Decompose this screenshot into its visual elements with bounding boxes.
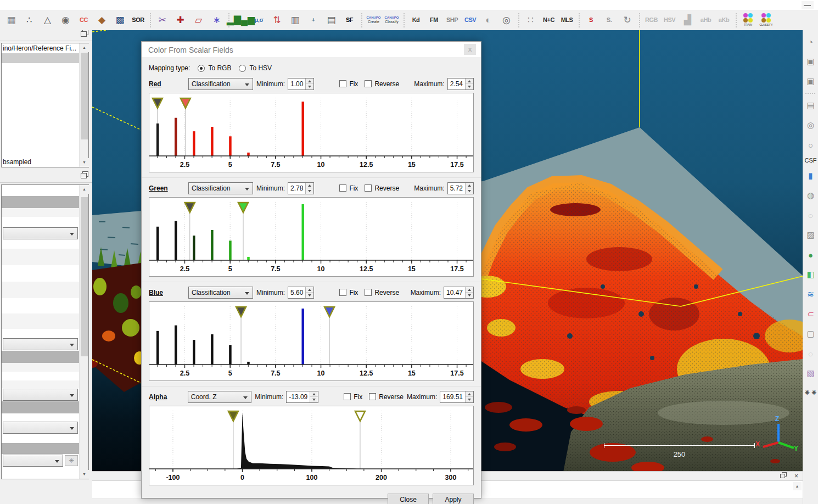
spline-tool-button[interactable]: S bbox=[582, 12, 600, 29]
maximum-spinbox[interactable]: 169.51 bbox=[440, 391, 474, 403]
statistics-gaussian-button[interactable]: μ,σ bbox=[250, 12, 267, 29]
maximum-value[interactable]: 169.51 bbox=[440, 391, 465, 402]
db-tree-item-partial[interactable]: bsampled bbox=[2, 157, 79, 167]
green-histogram[interactable]: 2.557.51012.51517.5 bbox=[149, 197, 474, 277]
scalar-field-dropdown[interactable]: Classification bbox=[188, 182, 253, 194]
fix-checkbox[interactable] bbox=[339, 289, 346, 296]
hsv-filter-disabled-button[interactable]: HSV bbox=[661, 12, 678, 29]
maximum-spinbox[interactable]: 10.47 bbox=[444, 287, 474, 299]
minimum-spinbox[interactable]: 2.78 bbox=[288, 182, 314, 194]
radio-to-rgb[interactable] bbox=[198, 65, 205, 72]
red-histogram[interactable]: 2.557.51012.51517.5 bbox=[149, 93, 474, 172]
spin-down-icon[interactable] bbox=[310, 397, 318, 402]
minimize-button[interactable] bbox=[802, 1, 814, 9]
maximum-value[interactable]: 5.72 bbox=[448, 183, 465, 194]
plugins-puzzle-button[interactable]: ∷ bbox=[522, 12, 539, 29]
property-row-selected[interactable] bbox=[2, 351, 79, 363]
dialog-close-button[interactable]: x bbox=[464, 44, 476, 55]
csv-export-button[interactable]: CSV bbox=[462, 12, 479, 29]
rgb-filter-disabled-button[interactable]: RGB bbox=[643, 12, 660, 29]
float-panel-icon[interactable] bbox=[81, 173, 87, 178]
plugin-purple-box-button[interactable]: ▧ bbox=[804, 367, 817, 380]
scroll-up-icon[interactable]: ▲ bbox=[80, 43, 89, 52]
spin-up-icon[interactable] bbox=[466, 287, 473, 293]
fix-label[interactable]: Fix bbox=[354, 393, 362, 401]
close-button[interactable]: Close bbox=[388, 494, 429, 504]
spin-down-icon[interactable] bbox=[306, 293, 313, 298]
plugin-h-tool-button[interactable]: ◍ bbox=[804, 189, 817, 202]
add-scalar-field-button[interactable]: + bbox=[305, 12, 322, 29]
surface-revolution-button[interactable]: ↻ bbox=[619, 12, 636, 29]
spin-up-icon[interactable] bbox=[310, 391, 318, 397]
scalar-field-dropdown[interactable]: Coord. Z bbox=[188, 391, 251, 403]
plugin-clapper-button[interactable]: ▤ bbox=[804, 99, 817, 112]
canupo-classify-button[interactable]: CANUPOClassify bbox=[383, 12, 400, 29]
console-scroll-up-icon[interactable]: ▲ bbox=[793, 482, 802, 490]
kd-tree-plugin-button[interactable]: Kd bbox=[407, 12, 424, 29]
minimum-value[interactable]: 2.78 bbox=[288, 183, 305, 194]
db-tree-item-selected[interactable] bbox=[2, 53, 79, 63]
reverse-label[interactable]: Reverse bbox=[374, 289, 399, 296]
globe-projection-button[interactable]: ◎ bbox=[498, 12, 515, 29]
plugin-p-tool-button[interactable]: ▨ bbox=[804, 228, 817, 242]
subsample-cloud-button[interactable]: ∴ bbox=[21, 12, 38, 29]
maximum-spinbox[interactable]: 5.72 bbox=[447, 182, 474, 194]
db-tree-scrollbar[interactable]: ▲ ▼ bbox=[79, 43, 88, 167]
reverse-checkbox[interactable] bbox=[365, 184, 372, 192]
k-band-disabled-button[interactable]: aKb bbox=[715, 12, 732, 29]
property-row-selected[interactable] bbox=[2, 443, 79, 454]
3dmasc-classify-button[interactable]: CLASSIFY bbox=[758, 12, 775, 29]
properties-scrollbar[interactable]: ▲ ▼ bbox=[79, 185, 88, 479]
sf-arithmetic-button[interactable]: ▤ bbox=[323, 12, 340, 29]
maximum-value[interactable]: 2.54 bbox=[448, 79, 465, 89]
reverse-label[interactable]: Reverse bbox=[379, 393, 404, 401]
fuse-clouds-button[interactable]: ▩ bbox=[111, 12, 128, 29]
reverse-checkbox[interactable] bbox=[365, 80, 372, 87]
plugin-m-tool-button[interactable]: ◌ bbox=[804, 209, 817, 222]
minimum-spinbox[interactable]: 5.60 bbox=[288, 287, 314, 299]
spin-down-icon[interactable] bbox=[306, 188, 313, 194]
sf-color-scale-button[interactable]: ▥ bbox=[287, 12, 304, 29]
fix-label[interactable]: Fix bbox=[349, 289, 358, 296]
sphere-tool-button[interactable]: ◐ bbox=[480, 12, 497, 29]
plugin-ring-button[interactable]: ◎ bbox=[804, 119, 817, 132]
reverse-label[interactable]: Reverse bbox=[374, 80, 399, 88]
scalar-arrow-disabled-button[interactable]: ▟ bbox=[679, 12, 696, 29]
canupo-create-button[interactable]: CANUPOCreate bbox=[365, 12, 382, 29]
property-dropdown[interactable] bbox=[3, 227, 78, 239]
spin-up-icon[interactable] bbox=[466, 391, 473, 397]
property-dropdown[interactable] bbox=[3, 422, 78, 434]
scroll-down-icon[interactable]: ▼ bbox=[80, 470, 89, 479]
scalar-field-dropdown[interactable]: Classification bbox=[188, 287, 253, 299]
fix-checkbox[interactable] bbox=[339, 80, 346, 87]
fm-plugin-button[interactable]: FM bbox=[425, 12, 442, 29]
property-dropdown[interactable] bbox=[3, 455, 63, 467]
cloud-to-cloud-distance-button[interactable]: CC bbox=[75, 12, 92, 29]
sor-filter-button[interactable]: SOR bbox=[130, 12, 147, 29]
db-tree-item[interactable]: ino/Heron/Reference Fi... bbox=[2, 43, 79, 53]
gear-icon[interactable]: ✳ bbox=[65, 455, 78, 466]
compute-normals-button[interactable]: ∗ bbox=[208, 12, 225, 29]
scroll-down-icon[interactable]: ▼ bbox=[80, 158, 89, 167]
sf-min-max-button[interactable]: ⇅ bbox=[268, 12, 285, 29]
minimum-value[interactable]: -13.09 bbox=[287, 391, 310, 402]
octree-compute-button[interactable]: △ bbox=[39, 12, 56, 29]
spin-down-icon[interactable] bbox=[466, 84, 473, 89]
minimum-spinbox[interactable]: 1.00 bbox=[288, 78, 314, 90]
hue-band-disabled-button[interactable]: aHb bbox=[697, 12, 714, 29]
property-dropdown[interactable] bbox=[3, 389, 78, 401]
plugin-dotted-ring-button[interactable]: ◌ bbox=[804, 347, 817, 360]
sf-gradient-button[interactable]: SF bbox=[341, 12, 358, 29]
3dmasc-train-button[interactable]: TRAIN bbox=[739, 12, 757, 29]
primitive-factory-button[interactable]: ◆ bbox=[93, 12, 110, 29]
spin-up-icon[interactable] bbox=[306, 183, 313, 189]
normals-plus-colors-button[interactable]: N+C bbox=[540, 12, 557, 29]
property-dropdown[interactable] bbox=[3, 338, 78, 350]
reverse-label[interactable]: Reverse bbox=[374, 184, 399, 192]
maximum-value[interactable]: 10.47 bbox=[444, 287, 465, 298]
mls-smoothing-button[interactable]: MLS bbox=[558, 12, 575, 29]
fix-checkbox[interactable] bbox=[339, 184, 346, 192]
spin-down-icon[interactable] bbox=[466, 397, 473, 402]
point-picking-button[interactable]: ◉ bbox=[57, 12, 74, 29]
mesh-sampling-button[interactable]: ▦ bbox=[3, 12, 20, 29]
